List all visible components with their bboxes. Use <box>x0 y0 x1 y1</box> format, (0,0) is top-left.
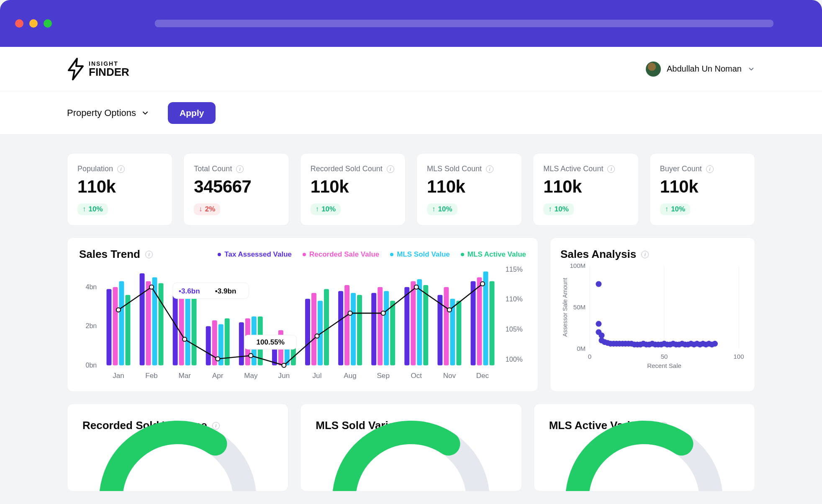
legend-item[interactable]: Tax Assessed Value <box>218 250 292 259</box>
line-point[interactable] <box>282 363 286 368</box>
chevron-down-icon <box>748 65 755 73</box>
donut-arc <box>344 432 448 491</box>
apply-button[interactable]: Apply <box>168 102 216 124</box>
kpi-title-text: MLS Sold Count <box>427 165 482 173</box>
tooltip-value: 100.55% <box>256 338 285 346</box>
bar[interactable] <box>125 295 130 365</box>
kpi-delta-value: 10% <box>89 205 103 213</box>
chart-title: Sales Trend i <box>79 248 153 261</box>
kpi-title-text: Recorded Sold Count <box>311 165 383 173</box>
bar[interactable] <box>404 287 409 365</box>
bar[interactable] <box>173 295 178 365</box>
bar[interactable] <box>477 277 482 365</box>
app-logo[interactable]: INSIGHT FINDER <box>67 58 129 80</box>
info-icon[interactable]: i <box>387 165 394 173</box>
x-axis-tick: Oct <box>411 372 422 380</box>
arrow-up-icon: ↑ <box>432 205 436 213</box>
line-point[interactable] <box>315 334 319 338</box>
bar[interactable] <box>106 289 111 365</box>
sales-trend-card: Sales Trend i Tax Assessed Value Recorde… <box>67 237 538 392</box>
donut-arc <box>111 432 215 491</box>
bar[interactable] <box>456 301 461 365</box>
line-point[interactable] <box>216 357 220 361</box>
bar[interactable] <box>146 281 151 365</box>
bar[interactable] <box>371 293 376 365</box>
mls-active-variance-card: MLS Active Variancei <box>534 404 755 491</box>
bar[interactable] <box>378 287 383 365</box>
bar[interactable] <box>437 295 442 365</box>
scatter-point[interactable] <box>712 341 718 347</box>
line-point[interactable] <box>381 311 385 315</box>
x-axis-tick: Sep <box>377 372 389 380</box>
bar[interactable] <box>344 285 349 365</box>
bar[interactable] <box>324 289 329 365</box>
kpi-value: 110k <box>311 177 395 197</box>
x-axis-tick: 100 <box>733 353 744 360</box>
kpi-title: MLS Sold Count i <box>427 165 511 173</box>
bar[interactable] <box>159 283 164 365</box>
bar[interactable] <box>357 295 362 365</box>
bar[interactable] <box>239 322 244 365</box>
user-menu[interactable]: Abdullah Un Noman <box>646 62 755 77</box>
bar[interactable] <box>179 289 184 365</box>
bar[interactable] <box>417 279 422 365</box>
info-icon[interactable]: i <box>641 251 649 258</box>
line-point[interactable] <box>149 285 154 289</box>
scatter-point[interactable] <box>596 321 601 327</box>
charts-row: Sales Trend i Tax Assessed Value Recorde… <box>67 237 755 392</box>
kpi-value: 110k <box>77 177 162 197</box>
bar[interactable] <box>192 295 197 365</box>
chevron-down-icon <box>141 109 149 117</box>
x-axis-tick: Apr <box>212 372 223 380</box>
kpi-row: Population i 110k ↑ 10% Total Count i 34… <box>67 153 755 226</box>
bar-chart: 4bn2bn0bn115%110%105%100%JanFebMarAprMay… <box>79 265 526 383</box>
legend-item[interactable]: MLS Active Value <box>461 250 526 259</box>
info-icon[interactable]: i <box>236 165 244 173</box>
maximize-icon[interactable] <box>44 19 52 28</box>
url-bar[interactable] <box>155 20 773 27</box>
line-point[interactable] <box>182 337 187 341</box>
kpi-value: 345667 <box>194 177 278 197</box>
x-axis-tick: Feb <box>145 372 157 380</box>
legend-item[interactable]: Recorded Sale Value <box>303 250 379 259</box>
line-point[interactable] <box>116 308 121 312</box>
bar[interactable] <box>338 291 343 365</box>
kpi-delta-value: 10% <box>671 205 685 213</box>
donut-chart <box>94 416 262 491</box>
x-axis-tick: Dec <box>476 372 489 380</box>
line-point[interactable] <box>447 308 452 312</box>
bar[interactable] <box>206 326 211 365</box>
bar[interactable] <box>351 293 356 365</box>
line-point[interactable] <box>249 353 253 357</box>
bar[interactable] <box>390 301 395 365</box>
bar[interactable] <box>185 295 190 365</box>
chart-title-text: Sales Analysis <box>560 248 636 261</box>
line-point[interactable] <box>414 285 419 289</box>
bar[interactable] <box>152 277 157 365</box>
info-icon[interactable]: i <box>706 165 714 173</box>
scatter-point[interactable] <box>596 281 601 287</box>
bar[interactable] <box>423 285 428 365</box>
bar[interactable] <box>140 273 145 365</box>
line-point[interactable] <box>348 311 352 315</box>
bar[interactable] <box>113 287 118 365</box>
legend-item[interactable]: MLS Sold Value <box>390 250 450 259</box>
bar[interactable] <box>119 281 124 365</box>
info-icon[interactable]: i <box>486 165 493 173</box>
close-icon[interactable] <box>15 19 23 28</box>
bar[interactable] <box>489 281 494 365</box>
bar[interactable] <box>411 281 416 365</box>
info-icon[interactable]: i <box>607 165 615 173</box>
bar[interactable] <box>384 291 389 365</box>
minimize-icon[interactable] <box>29 19 38 28</box>
property-options-dropdown[interactable]: Property Options <box>67 108 149 118</box>
kpi-card: MLS Sold Count i 110k ↑ 10% <box>416 153 522 226</box>
line-point[interactable] <box>480 282 485 286</box>
y-axis-tick: 100M <box>570 263 586 269</box>
info-icon[interactable]: i <box>145 251 153 258</box>
info-icon[interactable]: i <box>117 165 125 173</box>
bar[interactable] <box>311 293 316 365</box>
bar[interactable] <box>470 281 475 365</box>
bar[interactable] <box>305 299 310 365</box>
bar[interactable] <box>444 287 449 365</box>
